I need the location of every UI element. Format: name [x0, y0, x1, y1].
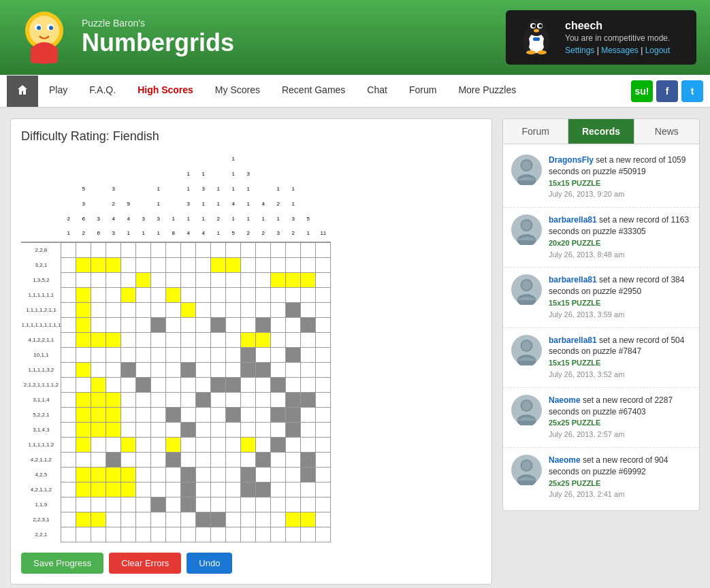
grid-cell[interactable]	[136, 452, 151, 467]
record-user-link[interactable]: barbarella81	[549, 215, 597, 225]
grid-cell[interactable]	[211, 437, 226, 452]
grid-cell[interactable]	[121, 347, 136, 362]
grid-cell[interactable]	[196, 302, 211, 317]
grid-cell[interactable]	[226, 452, 241, 467]
grid-cell[interactable]	[271, 422, 286, 437]
grid-cell[interactable]	[241, 272, 256, 287]
grid-cell[interactable]	[271, 332, 286, 347]
grid-cell[interactable]	[256, 257, 271, 272]
grid-cell[interactable]	[106, 497, 121, 512]
grid-cell[interactable]	[316, 407, 331, 422]
grid-cell[interactable]	[76, 257, 91, 272]
grid-cell[interactable]	[286, 287, 301, 302]
grid-cell[interactable]	[121, 302, 136, 317]
grid-cell[interactable]	[211, 242, 226, 257]
grid-cell[interactable]	[316, 362, 331, 377]
grid-cell[interactable]	[196, 377, 211, 392]
grid-cell[interactable]	[166, 347, 181, 362]
grid-cell[interactable]	[211, 467, 226, 482]
grid-cell[interactable]	[121, 512, 136, 527]
grid-cell[interactable]	[241, 302, 256, 317]
grid-cell[interactable]	[316, 482, 331, 497]
puzzle-grid[interactable]: 1111353113111113291311414212634433111211…	[21, 152, 331, 542]
grid-cell[interactable]	[196, 332, 211, 347]
grid-cell[interactable]	[241, 287, 256, 302]
grid-cell[interactable]	[121, 332, 136, 347]
grid-cell[interactable]	[106, 467, 121, 482]
record-user-link[interactable]: Naeome	[549, 455, 581, 465]
grid-cell[interactable]	[211, 302, 226, 317]
grid-cell[interactable]	[316, 437, 331, 452]
grid-cell[interactable]	[271, 437, 286, 452]
grid-cell[interactable]	[211, 377, 226, 392]
grid-cell[interactable]	[106, 317, 121, 332]
grid-cell[interactable]	[121, 242, 136, 257]
grid-cell[interactable]	[76, 302, 91, 317]
grid-cell[interactable]	[166, 467, 181, 482]
grid-cell[interactable]	[241, 362, 256, 377]
grid-cell[interactable]	[181, 452, 196, 467]
grid-cell[interactable]	[226, 272, 241, 287]
grid-cell[interactable]	[76, 452, 91, 467]
grid-cell[interactable]	[316, 272, 331, 287]
grid-cell[interactable]	[106, 437, 121, 452]
grid-cell[interactable]	[181, 497, 196, 512]
grid-cell[interactable]	[286, 272, 301, 287]
grid-cell[interactable]	[166, 527, 181, 542]
grid-cell[interactable]	[286, 482, 301, 497]
grid-cell[interactable]	[301, 392, 316, 407]
facebook-button[interactable]: f	[656, 80, 678, 102]
grid-cell[interactable]	[286, 452, 301, 467]
grid-cell[interactable]	[166, 377, 181, 392]
grid-cell[interactable]	[211, 422, 226, 437]
grid-cell[interactable]	[136, 257, 151, 272]
grid-cell[interactable]	[106, 257, 121, 272]
grid-cell[interactable]	[196, 272, 211, 287]
grid-cell[interactable]	[316, 287, 331, 302]
grid-cell[interactable]	[286, 362, 301, 377]
grid-cell[interactable]	[256, 392, 271, 407]
grid-cell[interactable]	[181, 407, 196, 422]
grid-cell[interactable]	[316, 452, 331, 467]
grid-cell[interactable]	[241, 482, 256, 497]
grid-cell[interactable]	[76, 482, 91, 497]
grid-cell[interactable]	[316, 242, 331, 257]
grid-cell[interactable]	[106, 242, 121, 257]
grid-cell[interactable]	[241, 257, 256, 272]
grid-cell[interactable]	[226, 467, 241, 482]
grid-cell[interactable]	[106, 302, 121, 317]
grid-cell[interactable]	[61, 407, 76, 422]
grid-cell[interactable]	[136, 287, 151, 302]
grid-cell[interactable]	[76, 407, 91, 422]
grid-cell[interactable]	[196, 242, 211, 257]
grid-cell[interactable]	[106, 392, 121, 407]
grid-cell[interactable]	[271, 482, 286, 497]
grid-cell[interactable]	[151, 362, 166, 377]
grid-cell[interactable]	[166, 407, 181, 422]
grid-cell[interactable]	[76, 242, 91, 257]
grid-cell[interactable]	[136, 407, 151, 422]
grid-cell[interactable]	[301, 527, 316, 542]
grid-cell[interactable]	[271, 392, 286, 407]
grid-cell[interactable]	[151, 437, 166, 452]
grid-cell[interactable]	[106, 377, 121, 392]
grid-cell[interactable]	[301, 242, 316, 257]
grid-cell[interactable]	[196, 317, 211, 332]
grid-cell[interactable]	[196, 287, 211, 302]
grid-cell[interactable]	[211, 287, 226, 302]
grid-cell[interactable]	[226, 302, 241, 317]
grid-cell[interactable]	[181, 467, 196, 482]
grid-cell[interactable]	[91, 452, 106, 467]
grid-cell[interactable]	[271, 317, 286, 332]
grid-cell[interactable]	[196, 407, 211, 422]
grid-cell[interactable]	[286, 407, 301, 422]
grid-cell[interactable]	[256, 527, 271, 542]
grid-cell[interactable]	[166, 287, 181, 302]
grid-cell[interactable]	[301, 422, 316, 437]
twitter-button[interactable]: t	[681, 80, 703, 102]
grid-cell[interactable]	[91, 392, 106, 407]
grid-cell[interactable]	[76, 317, 91, 332]
grid-cell[interactable]	[286, 437, 301, 452]
grid-cell[interactable]	[91, 257, 106, 272]
nav-morepuzzles[interactable]: More Puzzles	[447, 75, 527, 107]
